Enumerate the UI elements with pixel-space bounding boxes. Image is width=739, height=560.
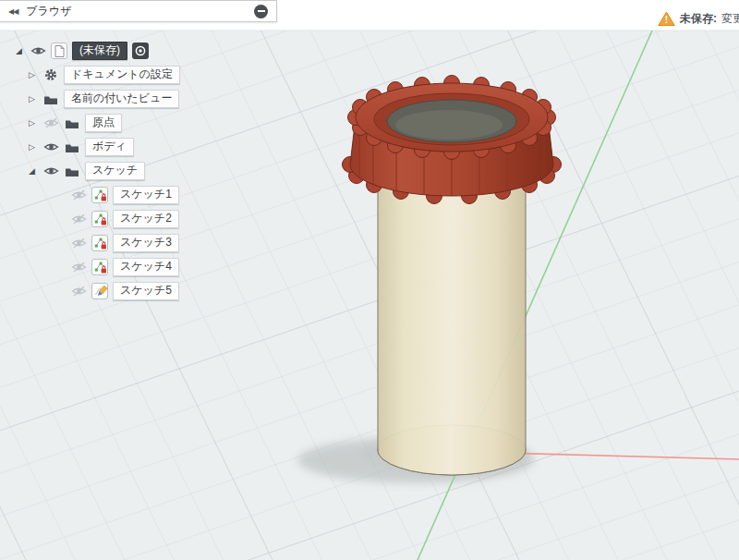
visibility-eye-off-icon[interactable] (70, 261, 87, 274)
tree-row-sketches[interactable]: ◢ スケッチ (26, 159, 180, 183)
visibility-eye-off-icon[interactable] (70, 213, 87, 225)
visibility-eye-icon[interactable] (42, 140, 59, 153)
collapsed-icon[interactable]: ▷ (26, 142, 38, 152)
tree-item-label[interactable]: スケッチ (85, 162, 145, 181)
folder-icon (42, 92, 59, 105)
sketch-label[interactable]: スケッチ4 (113, 258, 179, 277)
cap-hole-floor (395, 110, 503, 140)
sketch-label[interactable]: スケッチ2 (113, 210, 179, 229)
folder-icon (64, 140, 80, 153)
tree-row-sketch4[interactable]: スケッチ4 (70, 255, 180, 279)
unsaved-status-detail: 変更が (721, 11, 739, 27)
collapse-panel-icon[interactable]: ◀◀ (8, 7, 18, 16)
expand-icon[interactable]: ◢ (13, 46, 25, 55)
tree-row-sketch1[interactable]: スケッチ1 (70, 183, 180, 207)
tree-item-label[interactable]: ボディ (85, 138, 134, 157)
sketch-edit-icon (91, 283, 108, 299)
folder-icon (64, 164, 80, 177)
tree-item-label[interactable]: 名前の付いたビュー (64, 90, 179, 109)
warning-triangle-icon: ! (658, 11, 675, 27)
unsaved-status-label: 未保存: (680, 11, 717, 27)
sketch-label[interactable]: スケッチ3 (113, 234, 179, 253)
cap-model[interactable] (343, 76, 562, 204)
visibility-eye-off-icon[interactable] (70, 285, 87, 298)
browser-panel-header: ◀◀ ブラウザ (0, 0, 277, 22)
tree-row-bodies[interactable]: ▷ ボディ (26, 135, 180, 159)
tree-row-document-settings[interactable]: ▷ ドキュメントの設定 (26, 63, 180, 87)
visibility-eye-icon[interactable] (30, 44, 46, 57)
tree-row-origin[interactable]: ▷ 原点 (26, 111, 180, 135)
document-activate-icon[interactable] (132, 43, 149, 59)
warning-exclamation: ! (665, 15, 668, 25)
tree-item-label[interactable]: 原点 (85, 114, 122, 133)
folder-icon (64, 116, 80, 129)
unsaved-warning: ! 未保存: 変更が (658, 9, 739, 28)
browser-tree: ◢ (未保存) ▷ ドキュメントの設定 ▷ 名 (13, 39, 180, 303)
collapsed-icon[interactable]: ▷ (26, 70, 38, 79)
visibility-eye-icon[interactable] (42, 164, 59, 177)
minimize-panel-button[interactable] (254, 5, 268, 18)
collapsed-icon[interactable]: ▷ (26, 94, 38, 103)
cylinder-body[interactable] (378, 177, 526, 475)
document-name-label[interactable]: (未保存) (72, 42, 127, 61)
tree-row-sketch5[interactable]: スケッチ5 (70, 279, 180, 303)
tree-row-named-views[interactable]: ▷ 名前の付いたビュー (26, 87, 180, 111)
tree-row-sketch3[interactable]: スケッチ3 (70, 231, 180, 255)
tree-row-sketch2[interactable]: スケッチ2 (70, 207, 180, 231)
collapsed-icon[interactable]: ▷ (26, 118, 38, 128)
visibility-eye-off-icon[interactable] (70, 189, 87, 201)
sketch-icon (91, 187, 108, 203)
visibility-eye-off-icon[interactable] (70, 237, 87, 250)
tree-row-document[interactable]: ◢ (未保存) (13, 39, 180, 63)
sketch-label[interactable]: スケッチ1 (113, 186, 179, 205)
tree-item-label[interactable]: ドキュメントの設定 (64, 66, 180, 85)
app-window: ◀◀ ブラウザ ◢ (未保存) ▷ ドキュメントの設定 (0, 0, 739, 560)
gear-icon (42, 68, 59, 81)
sketch-label[interactable]: スケッチ5 (113, 282, 179, 301)
document-icon (51, 43, 67, 59)
browser-panel-title: ブラウザ (26, 4, 71, 19)
visibility-eye-off-icon[interactable] (42, 116, 59, 129)
sketch-icon (91, 259, 108, 275)
expand-icon[interactable]: ◢ (26, 166, 38, 176)
sketch-icon (91, 235, 108, 251)
sketch-icon (91, 211, 108, 227)
